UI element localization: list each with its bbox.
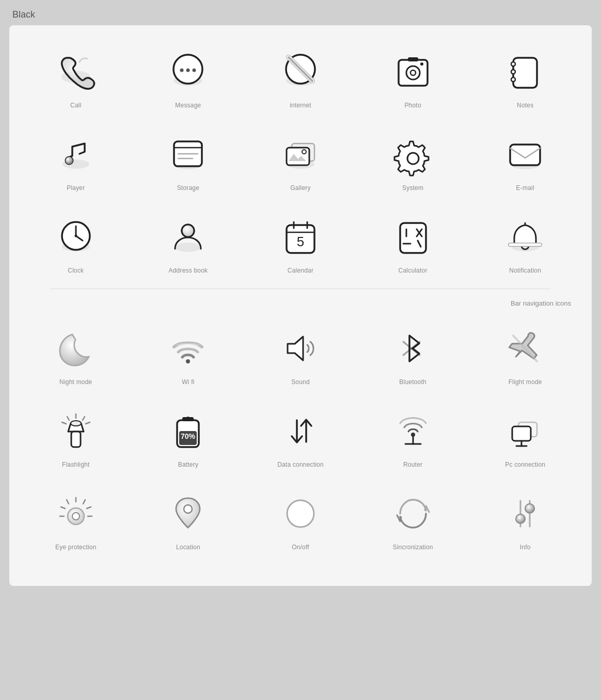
addressbook-icon	[162, 211, 214, 263]
svg-rect-15	[408, 57, 418, 61]
calendar-label: Calendar	[288, 267, 313, 274]
page-title: Black	[0, 0, 601, 25]
eyeprotection-label: Eye protection	[55, 544, 97, 551]
icon-cell-location: Location	[132, 483, 245, 555]
dataconnection-label: Data connection	[277, 461, 324, 468]
clock-icon	[50, 211, 102, 263]
svg-point-45	[182, 225, 194, 237]
bluetooth-label: Bluetooth	[399, 378, 426, 386]
icon-grid-row2: Player Storage	[20, 123, 581, 196]
calendar-icon: 5	[275, 211, 326, 263]
icon-cell-notification: Notification	[469, 206, 581, 278]
svg-point-62	[186, 359, 190, 363]
svg-point-95	[72, 513, 80, 520]
storage-label: Storage	[177, 184, 199, 192]
router-icon	[387, 405, 439, 457]
icon-cell-calendar: 5 Calendar	[244, 206, 357, 278]
icon-cell-call: Call	[20, 41, 132, 113]
addressbook-label: Address book	[169, 267, 208, 274]
svg-rect-37	[510, 145, 540, 165]
svg-point-32	[302, 150, 306, 154]
flashlight-label: Flashlight	[62, 461, 89, 468]
svg-point-5	[193, 69, 196, 72]
calculator-label: Calculator	[399, 267, 428, 274]
dataconnection-icon	[275, 405, 326, 457]
icon-cell-onoff: On/off	[244, 483, 357, 555]
wifi-icon	[162, 323, 214, 374]
flightmode-icon	[499, 323, 551, 374]
player-label: Player	[67, 184, 85, 192]
icon-grid-row4: Night mode Wi fi	[20, 317, 581, 390]
svg-point-77	[186, 417, 189, 420]
svg-text:5: 5	[297, 234, 304, 249]
svg-line-88	[67, 500, 69, 504]
call-icon	[50, 46, 102, 98]
icon-cell-message: Message	[132, 41, 245, 113]
icon-cell-gallery: Gallery	[244, 123, 357, 196]
svg-line-70	[86, 422, 90, 424]
icon-cell-notes: Notes	[469, 41, 581, 113]
icon-grid-row5: Flashlight 70% Battery	[20, 400, 581, 472]
svg-point-35	[407, 153, 419, 164]
icon-cell-flashlight: Flashlight	[20, 400, 132, 472]
svg-point-97	[287, 500, 314, 527]
svg-point-96	[184, 505, 192, 513]
svg-point-100	[516, 514, 525, 523]
svg-point-4	[186, 69, 190, 72]
icon-cell-addressbook: Address book	[132, 206, 245, 278]
onoff-label: On/off	[292, 544, 309, 551]
icon-cell-eyeprotection: Eye protection	[20, 483, 132, 555]
icon-cell-email: E-mail	[469, 123, 581, 196]
battery-icon: 70%	[162, 405, 214, 457]
icon-grid-row1: Call Message	[20, 41, 581, 113]
clock-label: Clock	[68, 267, 84, 274]
flightmode-label: Flight mode	[509, 378, 542, 386]
icon-cell-sound: Sound	[244, 317, 357, 390]
divider	[51, 289, 550, 289]
svg-text:70%: 70%	[181, 432, 196, 440]
photo-icon	[387, 46, 439, 98]
icon-cell-battery: 70% Battery	[132, 400, 245, 472]
icon-cell-photo: Photo	[357, 41, 469, 113]
svg-point-20	[511, 70, 515, 74]
svg-line-90	[61, 507, 65, 508]
svg-point-24	[66, 157, 73, 164]
svg-point-72	[71, 421, 81, 426]
call-label: Call	[70, 102, 81, 109]
icon-cell-system: System	[357, 123, 469, 196]
calculator-icon	[387, 211, 439, 263]
player-icon	[50, 129, 102, 180]
message-label: Message	[175, 102, 201, 109]
svg-point-101	[525, 504, 534, 513]
sound-icon	[275, 323, 326, 374]
internet-label: internet	[290, 102, 311, 109]
icon-grid-row3: Clock	[20, 206, 581, 278]
svg-rect-53	[400, 223, 426, 253]
battery-label: Battery	[178, 461, 198, 468]
icon-cell-internet: internet	[244, 41, 357, 113]
bluetooth-icon	[387, 323, 439, 374]
location-icon	[162, 488, 214, 539]
system-icon	[387, 129, 439, 180]
sync-label: Sincronization	[393, 544, 433, 551]
icon-grid-row6: Eye protection Location	[20, 483, 581, 555]
icon-cell-bluetooth: Bluetooth	[357, 317, 469, 390]
info-icon	[499, 488, 551, 539]
icon-cell-calculator: Calculator	[357, 206, 469, 278]
nightmode-label: Night mode	[59, 378, 92, 386]
svg-point-42	[74, 235, 77, 237]
svg-rect-18	[513, 58, 537, 88]
icon-cell-wifi: Wi fi	[132, 317, 245, 390]
svg-point-43	[175, 243, 201, 252]
notification-icon	[499, 211, 551, 263]
icon-cell-info: Info	[469, 483, 581, 555]
pcconnection-label: Pc connection	[505, 461, 545, 468]
eyeprotection-icon	[50, 488, 102, 539]
pcconnection-icon	[499, 405, 551, 457]
icon-cell-router: Router	[357, 400, 469, 472]
icon-cell-storage: Storage	[132, 123, 245, 196]
svg-rect-84	[512, 426, 531, 441]
gallery-icon	[275, 129, 326, 180]
icon-cell-sync: Sincronization	[357, 483, 469, 555]
email-icon	[499, 129, 551, 180]
